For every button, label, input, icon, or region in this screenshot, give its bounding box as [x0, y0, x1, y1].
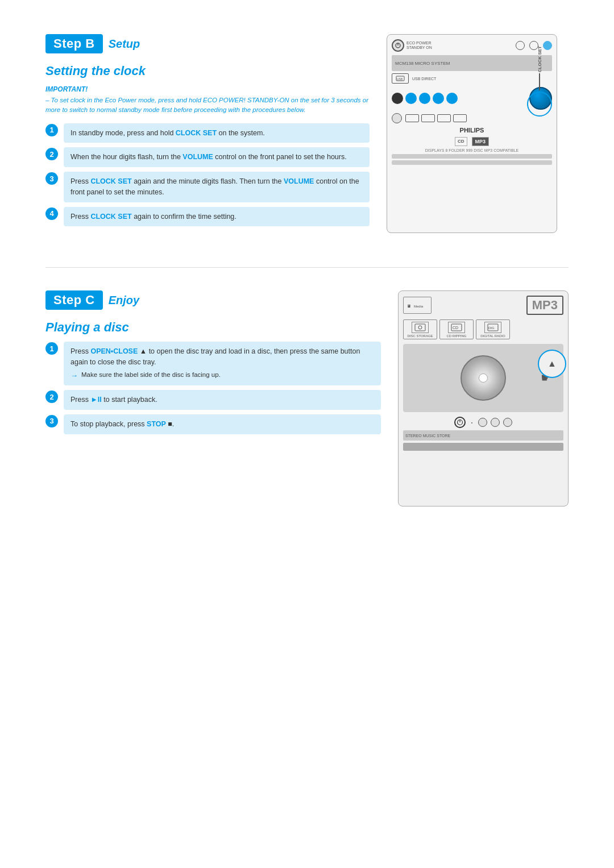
disc-center — [479, 373, 488, 383]
step-b-section: Step B Setup Setting the clock IMPORTANT… — [45, 34, 569, 233]
step-b-1-text-before: In standby mode, press and hold — [70, 129, 176, 137]
important-text: – To set clock in the Eco Power mode, pr… — [45, 95, 370, 115]
step-c-2-text-after: to start playback. — [102, 396, 157, 404]
step-c-content-3: To stop playback, press STOP ■. — [64, 414, 381, 434]
c-control-buttons — [478, 418, 512, 427]
step-c-1-note: → Make sure the label side of the disc i… — [70, 370, 374, 381]
step-b-2-text-after: control on the front panel to set the ho… — [213, 153, 347, 161]
disc-area: ☛ ▲ — [403, 344, 563, 412]
important-label: IMPORTANT! — [45, 85, 370, 93]
step-b-device: ECO POWERSTANDBY ON MCM138 MICRO SYSTEM — [387, 34, 569, 233]
mode-btn-2 — [421, 114, 435, 122]
step-c-content-2: Press ►II to start playback. — [64, 390, 381, 410]
step-c-1-text-before: Press — [70, 347, 90, 355]
step-c-device: 🖥 Media MP3 — [398, 290, 569, 506]
step-b-1-keyword: CLOCK SET — [176, 129, 217, 137]
clock-set-annotation-label: CLOCK SET — [537, 46, 542, 72]
svg-text:USB: USB — [397, 77, 403, 81]
step-c-section: Step C Enjoy Playing a disc 1 Press OPEN… — [45, 290, 569, 506]
device-icon-1 — [516, 41, 525, 50]
device-btn-6 — [392, 113, 402, 123]
device-c-bottom-controls: • — [403, 417, 563, 428]
step-b-title: Setting the clock — [45, 64, 370, 78]
step-b-3-keyword2: VOLUME — [284, 177, 314, 185]
step-b-left: Step B Setup Setting the clock IMPORTANT… — [45, 34, 370, 233]
mp3-label: MP3 — [526, 296, 563, 315]
step-c-3: 3 To stop playback, press STOP ■. — [45, 414, 381, 434]
step-c-2-keyword: ►II — [90, 396, 101, 404]
step-c-1-symbol: ▲ — [138, 347, 147, 355]
icon-box-3: DIG DIGITAL RADIO — [476, 319, 510, 339]
mode-btn-1 — [405, 114, 419, 122]
step-b-2-keyword: VOLUME — [182, 153, 213, 161]
standby-btn-icon — [392, 39, 404, 52]
disc-visual — [460, 355, 506, 401]
step-b-4-keyword: CLOCK SET — [90, 213, 131, 221]
step-c-2-text-before: Press — [70, 396, 90, 404]
step-c-1-note-text: Make sure the label side of the disc is … — [81, 370, 221, 380]
step-c-3-symbol: ■ — [166, 420, 172, 428]
arrow-symbol: → — [70, 370, 78, 381]
step-b-2: 2 When the hour digits flash, turn the V… — [45, 147, 370, 167]
icon-box-2: CD CD RIPPING — [439, 319, 474, 339]
step-c-3-text-before: To stop playback, press — [70, 420, 147, 428]
open-close-circle: ▲ — [538, 350, 566, 378]
device-btn-4 — [433, 93, 444, 104]
step-b-2-text-before: When the hour digits flash, turn the — [70, 153, 182, 161]
svg-text:CD: CD — [453, 326, 458, 330]
step-b-sublabel: Setup — [109, 38, 140, 51]
step-b-4-text-after: again to confirm the time setting. — [132, 213, 237, 221]
step-c-number-1: 1 — [45, 342, 58, 355]
step-c-number-2: 2 — [45, 391, 58, 403]
device-c-top: 🖥 Media MP3 — [403, 296, 563, 315]
step-c-3-keyword: STOP — [147, 420, 166, 428]
eject-symbol: ▲ — [547, 359, 557, 369]
device-btn-3 — [419, 93, 430, 104]
step-b-content-3: Press CLOCK SET again and the minute dig… — [64, 172, 370, 202]
step-b-content-4: Press CLOCK SET again to confirm the tim… — [64, 207, 370, 227]
section-divider — [45, 267, 569, 268]
step-b-3-text-mid: again and the minute digits flash. Then … — [132, 177, 284, 185]
step-c-1: 1 Press OPEN•CLOSE ▲ to open the disc tr… — [45, 342, 381, 385]
step-c-label: Step C — [45, 290, 103, 310]
power-btn — [454, 417, 466, 428]
step-b-header: Step B Setup — [45, 34, 140, 53]
micro-system-label: MCM138 MICRO SYSTEM — [395, 61, 450, 66]
step-b-3-keyword1: CLOCK SET — [90, 177, 131, 185]
icon-box-1: DISC STORAGE — [403, 319, 437, 339]
device-logos-row: CD MP3 — [392, 137, 552, 146]
device-b-illustration: ECO POWERSTANDBY ON MCM138 MICRO SYSTEM — [387, 34, 557, 233]
mode-btn-4 — [453, 114, 467, 122]
icon-label-2: CD RIPPING — [446, 334, 466, 338]
philips-label: PHILIPS — [392, 127, 552, 134]
cd-logo: CD — [455, 137, 467, 146]
step-c-number-3: 3 — [45, 415, 58, 427]
clock-set-line — [539, 73, 540, 90]
device-c-bar — [403, 443, 563, 451]
svg-point-7 — [418, 326, 422, 329]
step-b-number-3: 3 — [45, 172, 58, 185]
step-b-number-2: 2 — [45, 148, 58, 160]
clock-set-circle — [527, 92, 552, 117]
icon-label-3: DIGITAL RADIO — [480, 334, 505, 338]
clock-set-annotation: CLOCK SET — [527, 46, 552, 117]
step-c-content-1: Press OPEN•CLOSE ▲ to open the disc tray… — [64, 342, 381, 385]
step-c-1-keyword: OPEN•CLOSE — [90, 347, 138, 355]
device-c-illustration: 🖥 Media MP3 — [398, 290, 569, 506]
svg-text:Media: Media — [414, 305, 424, 308]
device-btn-1 — [392, 93, 403, 104]
mode-btn-3 — [437, 114, 451, 122]
step-b-content-2: When the hour digits flash, turn the VOL… — [64, 147, 370, 167]
device-c-logo: 🖥 Media — [403, 297, 432, 314]
usb-label: USB DIRECT — [412, 77, 436, 81]
device-c-display: STEREO MUSIC STORE — [403, 430, 563, 441]
device-bar-2 — [392, 160, 552, 165]
ctrl-btn-1 — [478, 418, 487, 427]
usb-icon: USB — [392, 73, 409, 84]
step-b-label: Step B — [45, 34, 103, 53]
device-btn-2 — [405, 93, 417, 104]
ctrl-btn-2 — [491, 418, 500, 427]
svg-text:DIG: DIG — [488, 326, 495, 330]
important-note: IMPORTANT! – To set clock in the Eco Pow… — [45, 85, 370, 115]
step-c-header: Step C Enjoy — [45, 290, 139, 310]
